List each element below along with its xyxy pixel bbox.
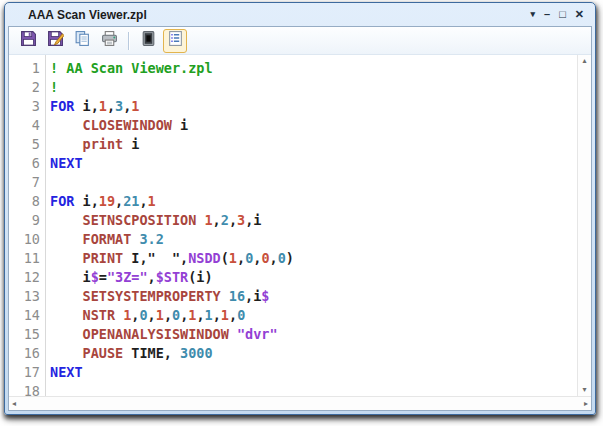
line-number: 8	[9, 192, 45, 211]
code-line[interactable]: 14 NSTR 1,0,1,0,1,1,1,0	[9, 306, 577, 325]
window-client-area: 1! AA Scan Viewer.zpl2!3FOR i,1,3,14 CLO…	[8, 26, 592, 411]
code-line[interactable]: 2!	[9, 78, 577, 97]
line-number: 2	[9, 78, 45, 97]
line-number: 6	[9, 154, 45, 173]
line-number: 17	[9, 363, 45, 382]
scroll-right-icon[interactable]: ▸	[584, 400, 588, 408]
scroll-left-icon[interactable]: ◂	[12, 400, 16, 408]
code-line[interactable]: 8FOR i,19,21,1	[9, 192, 577, 211]
code-line[interactable]: 3FOR i,1,3,1	[9, 97, 577, 116]
line-number: 5	[9, 135, 45, 154]
window-controls: ▾ – □ ✕	[530, 9, 592, 20]
code-text: NSTR 1,0,1,0,1,1,1,0	[45, 306, 245, 325]
horizontal-scrollbar[interactable]: ◂ ▸	[9, 396, 591, 410]
code-line[interactable]: 11 PRINT I," ",NSDD(1,0,0,0)	[9, 249, 577, 268]
code-line[interactable]: 15 OPENANALYSISWINDOW "dvr"	[9, 325, 577, 344]
line-number: 14	[9, 306, 45, 325]
line-number: 4	[9, 116, 45, 135]
screen: AAA Scan Viewer.zpl ▾ – □ ✕	[0, 0, 603, 426]
code-line[interactable]: 13 SETSYSTEMPROPERTY 16,i$	[9, 287, 577, 306]
code-text: i$="3Z=",$STR(i)	[45, 268, 213, 287]
line-number: 12	[9, 268, 45, 287]
line-number: 11	[9, 249, 45, 268]
save-as-button[interactable]	[43, 29, 67, 53]
code-text: OPENANALYSISWINDOW "dvr"	[45, 325, 278, 344]
code-text: CLOSEWINDOW i	[45, 116, 188, 135]
printer-icon	[101, 30, 118, 51]
code-line[interactable]: 1! AA Scan Viewer.zpl	[9, 59, 577, 78]
toolbar	[9, 27, 591, 55]
scroll-up-icon[interactable]: ▴	[582, 57, 586, 65]
line-number: 9	[9, 211, 45, 230]
code-line[interactable]: 5 print i	[9, 135, 577, 154]
line-numbers-button[interactable]	[163, 29, 187, 53]
line-number: 3	[9, 97, 45, 116]
code-text: NEXT	[45, 154, 83, 173]
code-line[interactable]: 17NEXT	[9, 363, 577, 382]
code-editor-area[interactable]: 1! AA Scan Viewer.zpl2!3FOR i,1,3,14 CLO…	[9, 55, 577, 396]
title-bar[interactable]: AAA Scan Viewer.zpl ▾ – □ ✕	[8, 3, 592, 26]
code-text: SETNSCPOSITION 1,2,3,i	[45, 211, 261, 230]
code-text: NEXT	[45, 363, 83, 382]
maximize-icon[interactable]: □	[559, 9, 566, 20]
vertical-scrollbar[interactable]: ▴ ▾	[577, 55, 591, 396]
minimize-icon[interactable]: –	[544, 9, 550, 20]
window-menu-icon[interactable]: ▾	[530, 9, 535, 20]
code-text: FOR i,1,3,1	[45, 97, 139, 116]
copy-pages-icon	[74, 30, 91, 51]
code-text: FOR i,19,21,1	[45, 192, 156, 211]
dark-frame-icon	[140, 30, 157, 51]
code-text: ! AA Scan Viewer.zpl	[45, 59, 213, 78]
code-line[interactable]: 9 SETNSCPOSITION 1,2,3,i	[9, 211, 577, 230]
invert-display-button[interactable]	[136, 29, 160, 53]
window-title: AAA Scan Viewer.zpl	[8, 8, 530, 22]
floppy-disk-pencil-icon	[47, 30, 64, 51]
close-icon[interactable]: ✕	[575, 9, 584, 20]
code-line[interactable]: 6NEXT	[9, 154, 577, 173]
code-line[interactable]: 7	[9, 173, 577, 192]
code-text: PAUSE TIME, 3000	[45, 344, 213, 363]
editor: 1! AA Scan Viewer.zpl2!3FOR i,1,3,14 CLO…	[9, 55, 591, 410]
code-text: !	[45, 78, 58, 97]
code-text: print i	[45, 135, 139, 154]
code-text: FORMAT 3.2	[45, 230, 164, 249]
code-line[interactable]: 18	[9, 382, 577, 396]
save-button[interactable]	[16, 29, 40, 53]
code-line[interactable]: 12 i$="3Z=",$STR(i)	[9, 268, 577, 287]
print-button[interactable]	[97, 29, 121, 53]
code-line[interactable]: 16 PAUSE TIME, 3000	[9, 344, 577, 363]
line-number: 1	[9, 59, 45, 78]
line-number: 18	[9, 382, 45, 396]
line-number: 15	[9, 325, 45, 344]
numbered-list-icon	[167, 30, 184, 51]
scan-viewer-window: AAA Scan Viewer.zpl ▾ – □ ✕	[4, 2, 596, 415]
floppy-disk-icon	[20, 30, 37, 51]
line-number: 13	[9, 287, 45, 306]
copy-button[interactable]	[70, 29, 94, 53]
code-line[interactable]: 10 FORMAT 3.2	[9, 230, 577, 249]
line-number: 10	[9, 230, 45, 249]
scroll-down-icon[interactable]: ▾	[582, 386, 586, 394]
code-lines: 1! AA Scan Viewer.zpl2!3FOR i,1,3,14 CLO…	[9, 59, 577, 396]
line-number: 16	[9, 344, 45, 363]
gutter-separator	[45, 55, 46, 396]
toolbar-separator	[128, 32, 129, 50]
code-text: PRINT I," ",NSDD(1,0,0,0)	[45, 249, 294, 268]
code-text: SETSYSTEMPROPERTY 16,i$	[45, 287, 270, 306]
line-number: 7	[9, 173, 45, 192]
code-line[interactable]: 4 CLOSEWINDOW i	[9, 116, 577, 135]
